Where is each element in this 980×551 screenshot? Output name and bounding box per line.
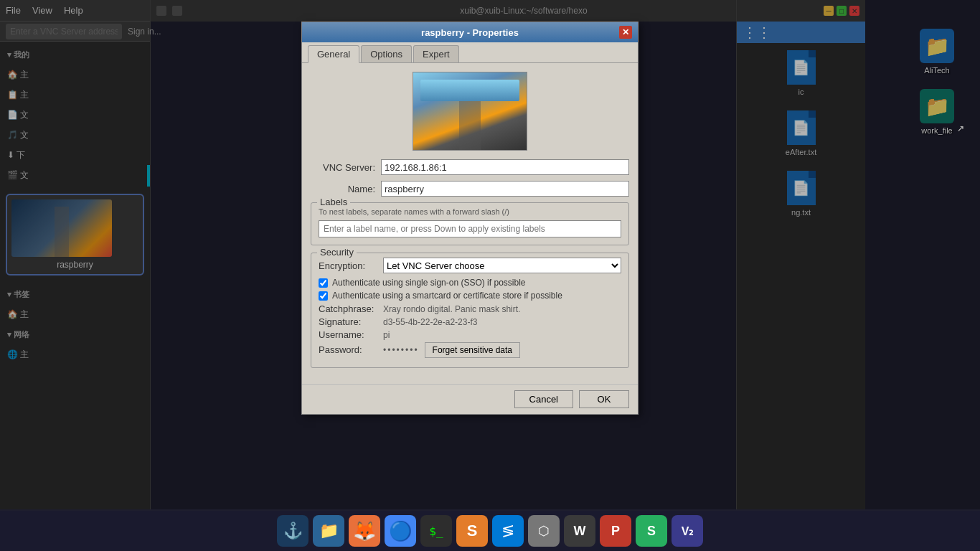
labels-section: Labels To nest labels, separate names wi… bbox=[311, 202, 629, 245]
smartcard-row: Authenticate using a smartcard or certif… bbox=[319, 291, 621, 301]
vnc-server-row: VNC Server: bbox=[311, 159, 629, 175]
label-input[interactable] bbox=[319, 220, 621, 237]
taskbar-chrome-icon[interactable]: 🔵 bbox=[385, 515, 416, 547]
properties-dialog: raspberry - Properties ✕ General Options… bbox=[301, 22, 639, 415]
labels-hint: To nest labels, separate names with a fo… bbox=[319, 207, 621, 216]
name-row: Name: bbox=[311, 181, 629, 197]
taskbar-terminal-icon[interactable]: $_ bbox=[420, 515, 452, 547]
security-section: Security Encryption: Let VNC Server choo… bbox=[311, 253, 629, 368]
taskbar-vscode-icon[interactable]: ≶ bbox=[492, 515, 524, 547]
tab-general[interactable]: General bbox=[308, 45, 359, 63]
taskbar-files-icon[interactable]: 📁 bbox=[313, 515, 344, 547]
labels-legend: Labels bbox=[317, 197, 350, 207]
taskbar: ⚓ 📁 🦊 🔵 $_ S ≶ ⬡ W P S V₂ bbox=[0, 511, 980, 551]
signature-row: Signature: d3-55-4b-22-2e-a2-23-f3 bbox=[319, 316, 621, 327]
name-label: Name: bbox=[311, 184, 375, 194]
security-legend: Security bbox=[317, 247, 357, 258]
password-value: •••••••• bbox=[383, 345, 419, 355]
smartcard-checkbox[interactable] bbox=[319, 291, 328, 301]
dialog-close-button[interactable]: ✕ bbox=[619, 26, 632, 39]
password-label: Password: bbox=[319, 344, 383, 355]
preview-image bbox=[413, 72, 527, 151]
username-value: pi bbox=[383, 330, 390, 340]
vnc-server-input[interactable] bbox=[381, 159, 629, 175]
taskbar-vm-icon[interactable]: ⬡ bbox=[528, 515, 560, 547]
cancel-button[interactable]: Cancel bbox=[514, 390, 573, 408]
dialog-tabs: General Options Expert bbox=[302, 42, 638, 63]
desktop: xuib@xuib-Linux:~/software/hexo File Vie… bbox=[0, 0, 980, 551]
dialog-title: raspberry - Properties bbox=[321, 27, 619, 38]
vnc-server-label: VNC Server: bbox=[311, 162, 375, 173]
catchphrase-value: Xray rondo digital. Panic mask shirt. bbox=[383, 304, 520, 314]
dialog-content: VNC Server: Name: Labels To nest labels,… bbox=[302, 63, 638, 384]
preview-sky bbox=[420, 80, 519, 101]
dialog-footer: Cancel OK bbox=[302, 384, 638, 414]
encryption-label: Encryption: bbox=[319, 260, 383, 271]
name-input[interactable] bbox=[381, 181, 629, 197]
signature-value: d3-55-4b-22-2e-a2-23-f3 bbox=[383, 317, 477, 327]
sso-label: Authenticate using single sign-on (SSO) … bbox=[332, 278, 525, 288]
smartcard-label: Authenticate using a smartcard or certif… bbox=[332, 291, 562, 301]
tab-options[interactable]: Options bbox=[361, 45, 412, 62]
taskbar-firefox-icon[interactable]: 🦊 bbox=[349, 515, 380, 547]
ok-button[interactable]: OK bbox=[579, 390, 629, 408]
forget-sensitive-button[interactable]: Forget sensitive data bbox=[425, 342, 520, 358]
encryption-select[interactable]: Let VNC Server choose Always on Always o… bbox=[383, 258, 621, 273]
sso-checkbox[interactable] bbox=[319, 278, 328, 288]
taskbar-wp-icon[interactable]: W bbox=[564, 515, 595, 547]
signature-label: Signature: bbox=[319, 316, 383, 327]
encryption-row: Encryption: Let VNC Server choose Always… bbox=[319, 258, 621, 273]
catchphrase-label: Catchphrase: bbox=[319, 303, 383, 314]
taskbar-wps-p-icon[interactable]: P bbox=[600, 515, 631, 547]
username-label: Username: bbox=[319, 329, 383, 340]
taskbar-anchor-icon[interactable]: ⚓ bbox=[277, 515, 308, 547]
taskbar-wps-s-icon[interactable]: S bbox=[636, 515, 667, 547]
tab-expert[interactable]: Expert bbox=[413, 45, 459, 62]
dialog-titlebar: raspberry - Properties ✕ bbox=[302, 22, 638, 42]
sso-row: Authenticate using single sign-on (SSO) … bbox=[319, 278, 621, 288]
username-row: Username: pi bbox=[319, 329, 621, 340]
taskbar-sublime-icon[interactable]: S bbox=[456, 515, 488, 547]
preview-container bbox=[311, 72, 629, 151]
taskbar-vnc-icon[interactable]: V₂ bbox=[672, 515, 703, 547]
password-row: Password: •••••••• Forget sensitive data bbox=[319, 342, 621, 358]
catchphrase-row: Catchphrase: Xray rondo digital. Panic m… bbox=[319, 303, 621, 314]
